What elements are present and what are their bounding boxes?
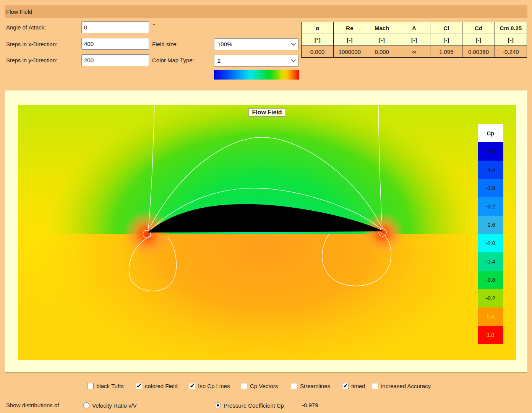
cp-legend-band: -2.0 — [478, 234, 503, 252]
cp-legend-title: Cp — [478, 124, 503, 142]
table-header-cell: Λ — [398, 22, 430, 34]
checkbox-iso-cp-lines[interactable]: ✔ Iso Cp Lines — [189, 382, 230, 390]
radio-velocity-ratio[interactable]: Velocity Ratio v/V — [83, 402, 137, 409]
checkbox-black-tufts[interactable]: ✔ black Tufts — [87, 382, 124, 390]
table-header-cell: Cd — [462, 22, 495, 34]
radio-label: Velocity Ratio v/V — [92, 402, 137, 409]
table-value-cell: 0.00360 — [462, 46, 495, 58]
cp-legend-band: -0.2 — [478, 289, 503, 307]
checkbox-label: colored Field — [145, 383, 178, 389]
field-size-label: Field size: — [152, 41, 178, 47]
cp-legend-band: -3.8 — [478, 179, 503, 197]
radio-label: Pressure Coefficient Cp — [224, 402, 284, 409]
show-distributions-label: Show distributions of — [6, 402, 59, 408]
table-unit-cell: [-] — [462, 34, 495, 46]
trailing-edge-stagnation — [362, 212, 404, 255]
checkbox-box[interactable]: ✔ — [372, 383, 378, 389]
table-unit-cell: [-] — [430, 34, 462, 46]
flow-field-rendering — [18, 105, 516, 360]
checkbox-label: increased Accuracy — [381, 383, 431, 389]
text-caret — [90, 57, 90, 64]
checkbox-colored-field[interactable]: ✔ colored Field — [136, 382, 178, 390]
cp-readout-value: -0.979 — [302, 402, 318, 408]
angle-of-attack-label: Angle of Attack: — [6, 24, 46, 31]
checkbox-increased-accuracy[interactable]: ✔ increased Accuracy — [372, 382, 431, 390]
table-header-row: α Re Mach Λ Cl Cd Cm 0.25 — [302, 22, 527, 34]
checkmark-icon: ✔ — [190, 383, 195, 389]
table-values-row: 0.000 1000000 0.000 ∞ 1.095 0.00360 -0.2… — [302, 46, 527, 58]
checkbox-box[interactable]: ✔ — [87, 383, 94, 389]
cp-legend-band: -5.0 — [478, 142, 503, 161]
cp-legend-band: -3.2 — [478, 197, 503, 216]
table-value-cell: 0.000 — [366, 46, 398, 58]
flow-field-canvas: Flow Field Cp -5.0 -4.4 -3.8 -3.2 -2.6 -… — [18, 105, 516, 360]
checkbox-label: timed — [351, 383, 365, 389]
color-map-preview-bar — [214, 70, 299, 80]
checkbox-box[interactable]: ✔ — [291, 383, 297, 389]
cp-legend-band: -1.4 — [478, 252, 503, 271]
checkbox-timed[interactable]: ✔ timed — [342, 382, 365, 390]
color-map-type-label: Color Map Type: — [152, 57, 194, 63]
table-header-cell: α — [302, 22, 334, 34]
plot-title-text: Flow Field — [252, 109, 282, 115]
steps-y-field-wrap — [81, 54, 149, 66]
table-header-cell: Cm 0.25 — [495, 22, 527, 34]
flow-field-panel: Flow Field Cp -5.0 -4.4 -3.8 -3.2 -2.6 -… — [5, 90, 527, 373]
steps-x-input[interactable] — [81, 38, 149, 50]
table-value-cell: 1000000 — [334, 46, 366, 58]
color-map-type-value: 2 — [217, 57, 221, 64]
checkmark-icon: ✔ — [343, 383, 348, 389]
table-unit-cell: [-] — [334, 34, 366, 46]
table-unit-cell: [-] — [366, 34, 398, 46]
cp-legend-band: -4.4 — [478, 161, 503, 179]
table-value-cell: 1.095 — [430, 46, 462, 58]
checkbox-label: Cp Vectors — [250, 383, 278, 389]
checkbox-label: Iso Cp Lines — [198, 383, 230, 389]
cp-legend: Cp -5.0 -4.4 -3.8 -3.2 -2.6 -2.0 -1.4 -0… — [478, 124, 503, 344]
steps-y-label: Steps in y-Direction: — [6, 57, 57, 63]
radio-button[interactable] — [215, 402, 221, 408]
cp-legend-band: 1.0 — [478, 326, 503, 344]
window-title-bar: Flow Field — [5, 5, 527, 18]
radio-pressure-coefficient[interactable]: Pressure Coefficient Cp — [215, 402, 284, 409]
leading-edge-stagnation — [122, 210, 171, 259]
checkbox-cp-vectors[interactable]: ✔ Cp Vectors — [241, 382, 278, 390]
field-size-select[interactable]: 100% — [214, 38, 298, 50]
checkbox-box[interactable]: ✔ — [342, 383, 349, 389]
checkbox-box[interactable]: ✔ — [136, 383, 142, 389]
table-unit-cell: [-] — [495, 34, 527, 46]
cp-legend-band: -2.6 — [478, 216, 503, 234]
checkbox-label: black Tufts — [96, 383, 124, 389]
checkbox-label: Streamlines — [300, 383, 330, 389]
table-header-cell: Cl — [430, 22, 462, 34]
table-value-cell: -0.240 — [495, 46, 527, 58]
table-unit-cell: [°] — [302, 34, 334, 46]
chevron-down-icon — [291, 57, 296, 62]
cp-legend-band: -0.8 — [478, 271, 503, 289]
window-title: Flow Field — [6, 8, 32, 15]
angle-of-attack-input[interactable] — [81, 21, 149, 33]
results-table: α Re Mach Λ Cl Cd Cm 0.25 [°] [-] [-] [-… — [301, 22, 527, 58]
checkbox-box[interactable]: ✔ — [189, 383, 195, 389]
table-header-cell: Mach — [366, 22, 398, 34]
table-header-cell: Re — [334, 22, 366, 34]
table-unit-cell: [-] — [398, 34, 430, 46]
steps-x-field-wrap — [81, 38, 149, 50]
degree-unit: ° — [153, 22, 155, 29]
radio-button[interactable] — [83, 402, 89, 408]
steps-x-label: Steps in x-Direction: — [6, 41, 57, 47]
checkmark-icon: ✔ — [137, 383, 141, 389]
table-units-row: [°] [-] [-] [-] [-] [-] [-] — [302, 34, 527, 46]
cp-legend-band: 0.4 — [478, 307, 503, 326]
angle-of-attack-field-wrap — [81, 21, 149, 33]
checkbox-streamlines[interactable]: ✔ Streamlines — [291, 382, 330, 390]
table-value-cell: ∞ — [398, 46, 430, 58]
table-value-cell: 0.000 — [302, 46, 334, 58]
checkbox-box[interactable]: ✔ — [241, 383, 247, 389]
field-size-value: 100% — [217, 41, 232, 47]
color-map-type-select[interactable]: 2 — [214, 55, 298, 67]
chevron-down-icon — [291, 41, 296, 46]
steps-y-input[interactable] — [81, 54, 149, 66]
plot-title-badge: Flow Field — [248, 108, 285, 117]
